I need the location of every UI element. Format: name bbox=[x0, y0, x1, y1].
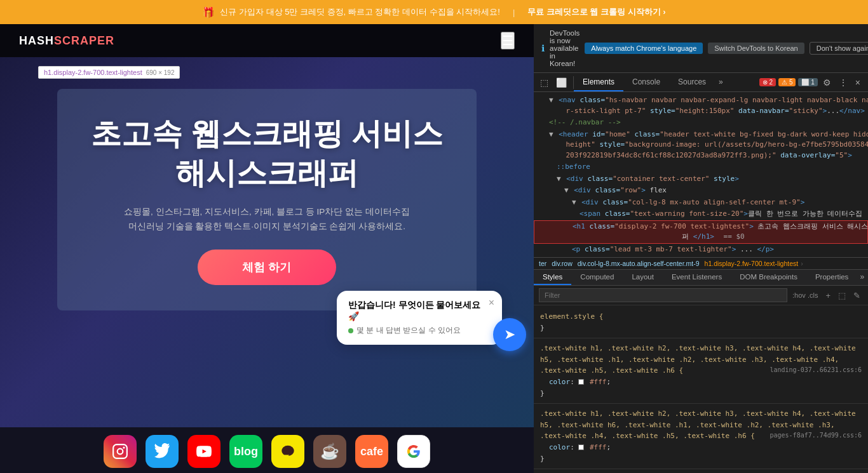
chat-bubble: × 반갑습니다! 무엇이든 물어보세요 🚀 몇 분 내 답변 받으실 수 있어요 bbox=[337, 291, 502, 345]
breadcrumb-item[interactable]: div.col-lg-8.mx-auto.align-self-center.m… bbox=[578, 260, 700, 267]
tab-more[interactable]: » bbox=[715, 73, 727, 91]
devtools-filter: :hov .cls + ⬚ ✎ bbox=[534, 286, 868, 305]
html-line: <p class="lead mt-3 mb-7 text-lighter"> … bbox=[534, 244, 868, 256]
chat-fab-button[interactable]: ➤ bbox=[493, 318, 526, 351]
toggle-class-button[interactable]: ⬚ bbox=[836, 290, 848, 301]
hero-subtitle: 쇼핑몰, 인스타그램, 지도서비스, 카페, 블로그 등 IP차단 없는 데이터… bbox=[76, 205, 458, 234]
hamburger-button[interactable]: ☰ bbox=[501, 32, 515, 50]
html-line: <span class="text-warning font-size-20">… bbox=[534, 208, 868, 220]
tooltip-dims: 690 × 192 bbox=[146, 69, 175, 76]
devtools-breadcrumb: ter div.row div.col-lg-8.mx-auto.align-s… bbox=[534, 257, 868, 270]
element-tooltip: h1.display-2.fw-700.text-lightest 690 × … bbox=[38, 66, 180, 79]
styles-filter-input[interactable] bbox=[539, 288, 787, 302]
switch-korean-button[interactable]: Switch DevTools to Korean bbox=[708, 43, 804, 54]
info-icon: ℹ bbox=[541, 43, 545, 53]
banner-separator: | bbox=[513, 8, 515, 17]
html-line: <header id="home" class="header text-whi… bbox=[534, 129, 868, 162]
gift-icon: 🎁 bbox=[202, 6, 215, 18]
inspect-element-button[interactable]: ⬚ bbox=[538, 76, 551, 89]
html-line: ::before bbox=[534, 161, 868, 173]
tab-elements[interactable]: Elements bbox=[574, 73, 623, 91]
device-toolbar-button[interactable]: ⬜ bbox=[553, 76, 569, 89]
top-banner: 🎁 신규 가입자 대상 5만 크레딧 증정, 빠르고 정확한 데이터 수집을 시… bbox=[0, 0, 868, 24]
twitter-icon[interactable] bbox=[146, 435, 179, 468]
html-line: <div class="col-lg-8 mx-auto align-self-… bbox=[534, 197, 868, 209]
devtools-bottom-tabs: Styles Computed Layout Event Listeners D… bbox=[534, 270, 868, 286]
blog-icon[interactable]: blog bbox=[229, 435, 262, 468]
svg-point-2 bbox=[123, 446, 125, 448]
hero-title: 초고속 웹스크래핑 서비스 해시스크래퍼 bbox=[76, 114, 458, 194]
html-line: <div class="container text-center" style… bbox=[534, 173, 868, 185]
banner-link[interactable]: 무료 크레딧으로 웹 크롤링 시작하기 › bbox=[527, 6, 665, 18]
devtools-panel: ℹ DevTools is now available in Korean! A… bbox=[534, 24, 868, 473]
cafe-icon[interactable]: cafe bbox=[355, 435, 388, 468]
more-options-button[interactable]: ⋮ bbox=[836, 76, 850, 89]
html-line-selected: <h1 class="display-2 fw-700 text-lightes… bbox=[534, 220, 868, 244]
info-badge: ⬜ 1 bbox=[798, 78, 817, 86]
filter-hint: :hov .cls bbox=[792, 291, 818, 299]
chat-subtitle: 몇 분 내 답변 받으실 수 있어요 bbox=[348, 325, 491, 336]
svg-point-1 bbox=[118, 449, 123, 455]
tab-computed[interactable]: Computed bbox=[571, 270, 623, 285]
breadcrumb-item[interactable]: ter bbox=[539, 260, 546, 267]
devtools-toolbar: ⬚ ⬜ Elements Console Sources » ⊗ 2 ⚠ 5 ⬜… bbox=[534, 73, 868, 92]
html-line: <nav class="hs-navbar navbar navbar-expa… bbox=[534, 95, 868, 117]
tab-styles[interactable]: Styles bbox=[534, 270, 571, 285]
chat-close-button[interactable]: × bbox=[489, 297, 494, 309]
notification-text: DevTools is now available in Korean! bbox=[550, 29, 580, 67]
hero-cta-button[interactable]: 체험 하기 bbox=[198, 250, 336, 285]
toolbar-icons: ⬚ ⬜ bbox=[534, 76, 574, 89]
close-devtools-button[interactable]: × bbox=[853, 76, 863, 89]
main-layout: HASHSCRAPER ☰ h1.display-2.fw-700.text-l… bbox=[0, 24, 868, 473]
hero-section: h1.display-2.fw-700.text-lightest 690 × … bbox=[0, 57, 534, 427]
css-rule: element.style { } bbox=[534, 309, 868, 335]
breadcrumb-arrow: › bbox=[801, 260, 803, 267]
devtools-html[interactable]: <nav class="hs-navbar navbar navbar-expa… bbox=[534, 92, 868, 257]
html-line: <div class="row"> flex bbox=[534, 185, 868, 197]
devtools-notification: ℹ DevTools is now available in Korean! A… bbox=[534, 24, 868, 73]
css-rule: .text-white h1, .text-white h2, .text-wh… bbox=[534, 406, 868, 466]
svg-point-3 bbox=[281, 446, 294, 456]
google-icon[interactable] bbox=[397, 435, 430, 468]
app-icons-row: blog ☕ cafe bbox=[0, 427, 534, 473]
devtools-tabs: Elements Console Sources » bbox=[574, 73, 754, 91]
html-line: <!-- /.navbar --> bbox=[534, 117, 868, 129]
hero-main-box: 초고속 웹스크래핑 서비스 해시스크래퍼 쇼핑몰, 인스타그램, 지도서비스, … bbox=[57, 89, 477, 310]
breadcrumb-item-active[interactable]: h1.display-2.fw-700.text-lightest bbox=[705, 260, 799, 267]
tab-sources[interactable]: Sources bbox=[669, 73, 715, 91]
chat-title: 반갑습니다! 무엇이든 물어보세요 🚀 bbox=[348, 300, 491, 321]
breadcrumb-item[interactable]: div.row bbox=[552, 260, 572, 267]
toolbar-right: ⊗ 2 ⚠ 5 ⬜ 1 ⚙ ⋮ × bbox=[754, 76, 868, 89]
tab-layout[interactable]: Layout bbox=[623, 270, 663, 285]
tab-more-bottom[interactable]: » bbox=[857, 272, 867, 283]
always-match-button[interactable]: Always match Chrome's language bbox=[585, 43, 703, 54]
svg-marker-4 bbox=[285, 455, 290, 458]
kakao-icon[interactable] bbox=[271, 435, 304, 468]
css-rule: .text-white h1, .text-white h2, .text-wh… bbox=[534, 341, 868, 401]
instagram-icon[interactable] bbox=[104, 435, 137, 468]
banner-text: 신규 가입자 대상 5만 크레딧 증정, 빠르고 정확한 데이터 수집을 시작하… bbox=[220, 6, 500, 18]
tab-properties[interactable]: Properties bbox=[806, 270, 857, 285]
website-panel: HASHSCRAPER ☰ h1.display-2.fw-700.text-l… bbox=[0, 24, 534, 473]
tab-console[interactable]: Console bbox=[623, 73, 669, 91]
add-style-button[interactable]: + bbox=[823, 290, 833, 301]
settings-button[interactable]: ⚙ bbox=[820, 76, 834, 89]
dont-show-button[interactable]: Don't show again bbox=[810, 42, 868, 55]
filter-actions: + ⬚ ✎ bbox=[823, 290, 863, 301]
chat-online-dot bbox=[348, 328, 353, 333]
tooltip-class: h1.display-2.fw-700.text-lightest bbox=[44, 69, 142, 76]
youtube-icon[interactable] bbox=[187, 435, 220, 468]
tab-dom-breakpoints[interactable]: DOM Breakpoints bbox=[731, 270, 806, 285]
coffee-icon[interactable]: ☕ bbox=[313, 435, 346, 468]
navbar: HASHSCRAPER ☰ bbox=[0, 24, 534, 57]
svg-rect-0 bbox=[113, 444, 127, 458]
navbar-brand: HASHSCRAPER bbox=[19, 34, 114, 48]
devtools-styles[interactable]: element.style { } .text-white h1, .text-… bbox=[534, 305, 868, 473]
error-badge: ⊗ 2 bbox=[759, 78, 776, 86]
new-rule-button[interactable]: ✎ bbox=[851, 290, 863, 301]
warn-badge: ⚠ 5 bbox=[778, 78, 796, 86]
tab-event-listeners[interactable]: Event Listeners bbox=[663, 270, 731, 285]
